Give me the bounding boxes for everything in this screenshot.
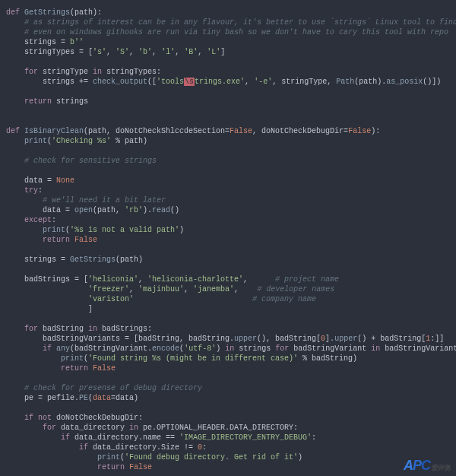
dot: ).	[143, 206, 152, 214]
comment: # we'll need it a bit later	[43, 196, 166, 205]
const: False	[93, 364, 116, 373]
kw-try: try	[24, 186, 38, 195]
comment: # project name	[275, 275, 339, 284]
const: False	[348, 127, 371, 135]
str: 'l'	[161, 48, 175, 56]
kw-for: for	[24, 325, 38, 333]
assign: data =	[43, 206, 74, 214]
str: 'IMAGE_DIRECTORY_ENTRY_DEBUG'	[179, 433, 312, 442]
paren: ()	[170, 206, 179, 214]
str: 'heliconia-charlotte'	[147, 275, 243, 284]
logo-cn: 爱评测	[432, 464, 450, 471]
code-block: def GetStrings(path): # as strings of in…	[0, 0, 456, 476]
kw-if: if	[79, 443, 88, 452]
kw-if: if	[61, 433, 70, 442]
ret-val: strings	[52, 97, 88, 106]
kw-in: in	[93, 68, 102, 76]
const: None	[56, 176, 74, 185]
assign: strings =	[24, 255, 70, 264]
kw-in: in	[371, 344, 380, 353]
bracket: :]]	[430, 335, 444, 343]
kw-not: not	[38, 414, 52, 422]
str: 'variston'	[88, 295, 134, 303]
bytes-lit: b''	[70, 38, 84, 46]
close: ()])	[423, 78, 441, 86]
escape-seq: \s	[184, 78, 195, 86]
args: (path)	[116, 255, 143, 264]
str: 'majinbuu'	[138, 285, 184, 294]
sig: , doNotCheckDebugDir=	[252, 127, 348, 135]
call: print	[24, 137, 47, 145]
logo-a: A	[404, 458, 413, 473]
const: False	[230, 127, 252, 135]
paren: )	[298, 453, 302, 462]
kw-for: for	[275, 344, 289, 353]
kw-except: except	[24, 216, 52, 224]
call: GetStrings	[70, 255, 116, 264]
fn-name: GetStrings	[24, 8, 70, 17]
expr: pe.OPTIONAL_HEADER.DATA_DIRECTORY:	[138, 424, 298, 432]
kw-return: return	[97, 463, 125, 471]
str: 'B'	[184, 48, 198, 56]
var: badString	[38, 325, 88, 333]
expr: doNotCheckDebugDir:	[52, 414, 143, 422]
assign: pe = pefile.	[24, 394, 79, 402]
assign: strings =	[24, 38, 70, 46]
expr: strings	[234, 344, 275, 353]
kw-def: def	[6, 127, 20, 135]
call: print	[43, 226, 65, 234]
expr: data_directory.name ==	[70, 433, 179, 442]
assign: badStringVariants = [badString, badStrin…	[43, 335, 234, 343]
assign: strings +=	[43, 78, 93, 86]
logo-c: C	[421, 458, 430, 473]
sig: (path):	[70, 8, 102, 17]
kw-in: in	[88, 325, 97, 333]
call: check_output	[93, 78, 147, 86]
str: 's'	[93, 48, 106, 56]
assign: data =	[24, 176, 56, 185]
call: open	[74, 206, 93, 214]
str: 'tools	[157, 78, 184, 86]
var: badStringVariant	[289, 344, 371, 353]
comma: ,	[245, 78, 254, 86]
str: 'b'	[138, 48, 152, 56]
call: print	[97, 453, 120, 462]
kw-for: for	[24, 68, 38, 76]
str: 'Found debug directory. Get rid of it'	[125, 453, 298, 462]
kw-return: return	[61, 364, 88, 373]
call: upper	[334, 335, 357, 343]
call: print	[61, 354, 84, 363]
expr: () + badString[	[357, 335, 426, 343]
paren: )	[179, 226, 184, 234]
str: 'utf-8'	[184, 344, 216, 353]
call: read	[152, 206, 170, 214]
args: ([	[147, 78, 157, 86]
call: as_posix	[386, 78, 423, 86]
var: stringTypes:	[102, 68, 161, 76]
kw-return: return	[24, 97, 52, 106]
colon: :	[202, 443, 207, 452]
comment: # check for presense of debug directory	[24, 384, 202, 392]
kw-def: def	[6, 8, 20, 17]
expr: (badStringVariant.	[70, 344, 152, 353]
logo-p: P	[413, 458, 421, 473]
call: any	[56, 344, 70, 353]
str: trings.exe'	[195, 78, 245, 86]
args: (path).	[354, 78, 386, 86]
assign: badStrings = [	[24, 275, 88, 284]
const: False	[129, 463, 152, 471]
expr: data_directory.Size !=	[88, 443, 198, 452]
call: upper	[234, 335, 257, 343]
bracket: ]	[220, 48, 225, 56]
kwarg: data	[93, 394, 111, 402]
comment: # developer names	[257, 285, 334, 294]
str: 'freezer'	[88, 285, 129, 294]
expr: % path)	[111, 137, 147, 145]
sig: ):	[371, 127, 380, 135]
kw-in: in	[129, 424, 138, 432]
str: '-e'	[254, 78, 272, 86]
str: 'L'	[207, 48, 220, 56]
str: '%s is not a valid path'	[70, 226, 179, 234]
call: Path	[336, 78, 354, 86]
kw-for: for	[43, 424, 56, 432]
